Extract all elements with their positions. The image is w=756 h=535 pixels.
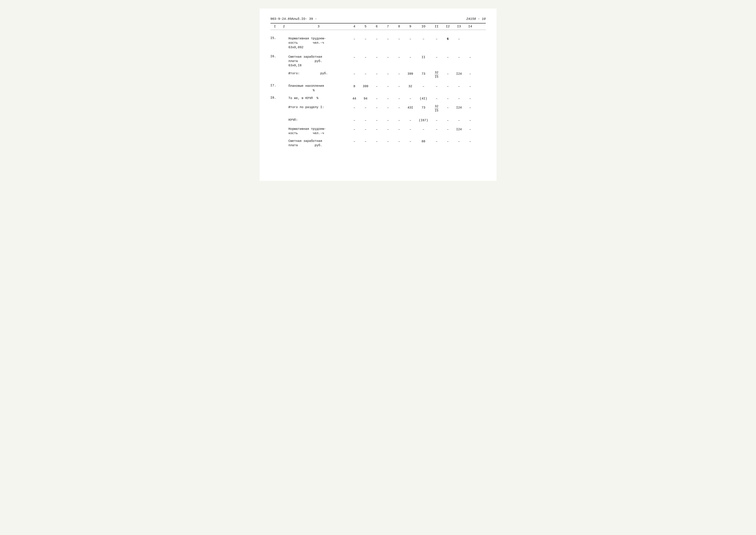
row-col2 <box>279 71 289 77</box>
row-col2 <box>279 117 289 123</box>
row-c9: – <box>405 138 416 145</box>
row-c8: – <box>394 83 405 89</box>
row-c10: (I67) <box>416 117 431 123</box>
row-c4: – <box>349 54 360 60</box>
col-header-8: 8 <box>394 25 405 28</box>
col-header-3: 3 <box>289 25 349 28</box>
row-c8: – <box>394 71 405 77</box>
row-c5: – <box>360 36 371 42</box>
row-c7: – <box>382 36 394 42</box>
row-c14: – <box>465 71 476 77</box>
row-c5: – <box>360 105 371 111</box>
row-c14: – <box>465 96 476 101</box>
col-header-12: I2 <box>442 25 454 28</box>
row-c8: – <box>394 117 405 123</box>
row-c4: – <box>349 71 360 77</box>
row-c13: I24 <box>454 71 465 77</box>
row-c4: 8 <box>349 83 360 89</box>
row-c13: – <box>454 54 465 60</box>
row-c5: – <box>360 117 371 123</box>
row-c6: – <box>371 83 382 89</box>
row-c10: 73 <box>416 105 431 111</box>
table-row: Сметная заработнаяплата руб. – – – – – –… <box>270 138 486 149</box>
album-ref: Альб.IO <box>292 17 305 21</box>
row-col2 <box>279 138 289 145</box>
row-c12: 6 <box>442 36 454 42</box>
row-c14: – <box>465 127 476 132</box>
row-c12: – <box>442 71 454 77</box>
row-label: Нормативная трудоем-кость чел.-ч63x0,092 <box>289 36 349 49</box>
row-id: I6. <box>270 54 279 60</box>
row-c5: – <box>360 71 371 77</box>
table-body: I5. Нормативная трудоем-кость чел.-ч63x0… <box>270 32 486 149</box>
row-c14: – <box>465 105 476 111</box>
col-header-4: 4 <box>349 25 360 28</box>
row-c12: – <box>442 138 454 145</box>
row-c7: – <box>382 71 394 77</box>
row-c11: – <box>431 36 442 42</box>
table-row: Нормативная трудоем-кость чел.-ч – – – –… <box>270 126 486 136</box>
table-row: I5. Нормативная трудоем-кость чел.-ч63x0… <box>270 35 486 50</box>
col-header-7: 7 <box>382 25 394 28</box>
row-col2 <box>279 83 289 89</box>
row-c14: – <box>465 54 476 60</box>
row-c7: – <box>382 105 394 111</box>
col-header-6: 6 <box>371 25 382 28</box>
row-c14: – <box>465 117 476 123</box>
row-c7: – <box>382 83 394 89</box>
row-c7: – <box>382 54 394 60</box>
row-c6: – <box>371 117 382 123</box>
row-c11: – <box>431 96 442 101</box>
table-row: НУЧП: – – – – – – (I67) – – – – <box>270 117 486 124</box>
row-id <box>270 117 279 123</box>
row-c10: – <box>416 36 431 42</box>
table-row: I8. То же, в НУЧП % 44 94 – – – – (4I) –… <box>270 95 486 102</box>
row-c10: – <box>416 83 431 89</box>
row-col2 <box>279 96 289 101</box>
row-c8: – <box>394 36 405 42</box>
row-label: Нормативная трудоем-кость чел.-ч <box>289 127 349 136</box>
table-row: I7. Плановые накопления % 8 399 – – – 32… <box>270 82 486 94</box>
row-c14: – <box>465 83 476 89</box>
row-c8: – <box>394 54 405 60</box>
row-c13: – <box>454 36 465 42</box>
row-c5: 94 <box>360 96 371 101</box>
row-c10: II <box>416 54 431 60</box>
row-label: Итого по разделу I: <box>289 105 349 111</box>
row-c5: – <box>360 54 371 60</box>
col-header-11: II <box>431 25 442 28</box>
row-c12: – <box>442 105 454 111</box>
row-c5: 399 <box>360 83 371 89</box>
row-c11: – <box>431 138 442 145</box>
row-c9: 43I <box>405 105 416 111</box>
row-col2 <box>279 127 289 132</box>
row-c9: – <box>405 54 416 60</box>
table-row: Итого по разделу I: – – – – – 43I 73 32 … <box>270 104 486 113</box>
row-c12: – <box>442 117 454 123</box>
row-c4: – <box>349 117 360 123</box>
row-c9: 32 <box>405 83 416 89</box>
row-c7: – <box>382 127 394 132</box>
row-c6: – <box>371 105 382 111</box>
row-id <box>270 127 279 132</box>
row-c9: – <box>405 117 416 123</box>
row-c11: – <box>431 117 442 123</box>
row-c4: – <box>349 138 360 145</box>
row-c11: 32 I5 <box>431 71 442 79</box>
row-c6: – <box>371 54 382 60</box>
row-c12: – <box>442 96 454 101</box>
row-c7: – <box>382 117 394 123</box>
row-id <box>270 105 279 111</box>
row-c4: – <box>349 105 360 111</box>
row-c12: – <box>442 83 454 89</box>
row-c9: – <box>405 96 416 101</box>
row-label: Сметная заработнаяплата руб. <box>289 138 349 148</box>
row-c10: (4I) <box>416 96 431 101</box>
row-c6: – <box>371 36 382 42</box>
row-c9: – <box>405 127 416 132</box>
col-header-2: 2 <box>279 25 289 28</box>
header: 903-9-24.89 Альб.IO - 39 - 24158 - 10 <box>270 17 486 21</box>
row-c5: – <box>360 127 371 132</box>
row-c11: – <box>431 83 442 89</box>
row-c13: – <box>454 83 465 89</box>
